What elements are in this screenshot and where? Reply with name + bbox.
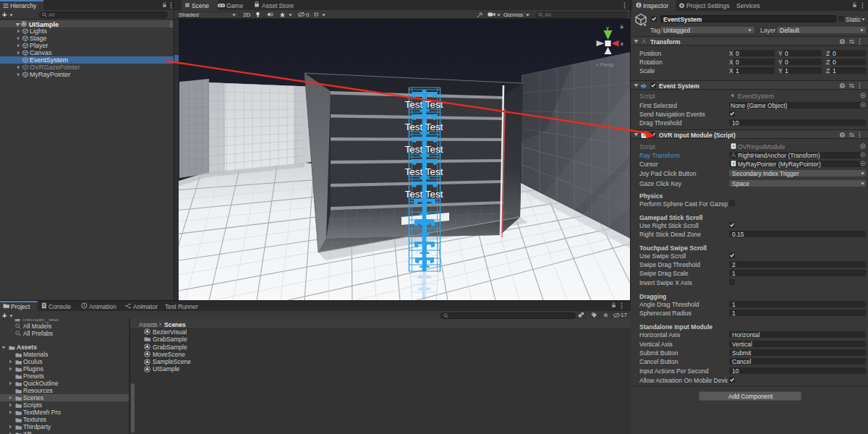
- svg-text:< Persp: < Persp: [596, 62, 613, 68]
- svg-text:?: ?: [841, 39, 844, 43]
- svg-text:Test Test: Test Test: [404, 99, 443, 110]
- svg-text:#: #: [643, 132, 646, 137]
- svg-text:?: ?: [841, 83, 844, 88]
- svg-text:?: ?: [841, 132, 844, 137]
- svg-text:x: x: [621, 41, 624, 46]
- svg-text:Test Test: Test Test: [404, 122, 443, 132]
- svg-text:Test Test: Test Test: [404, 189, 443, 200]
- svg-text:y: y: [606, 25, 609, 31]
- svg-text:Test Test: Test Test: [404, 144, 443, 155]
- svg-text:Test Test: Test Test: [404, 166, 443, 177]
